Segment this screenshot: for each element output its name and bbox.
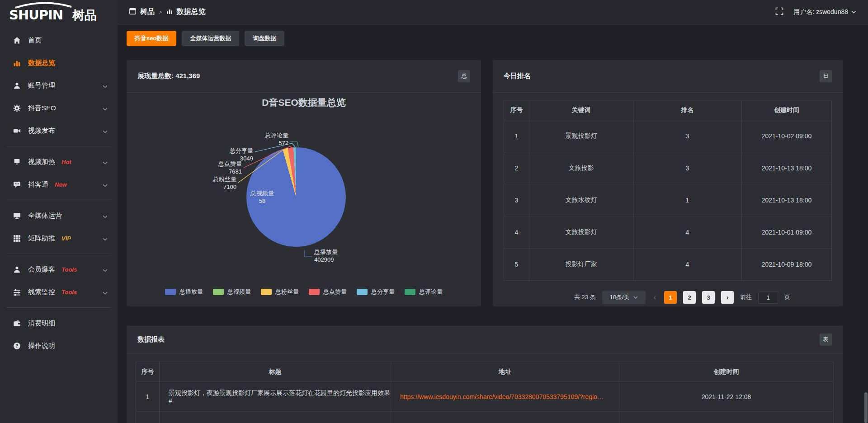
total-toggle-button[interactable]: 总 <box>458 70 470 82</box>
sidebar-item-data-overview[interactable]: 数据总览 <box>0 52 118 74</box>
new-badge: New <box>55 181 67 188</box>
ranking-table: 序号 关键词 排名 创建时间 1 景观投影灯 3 2021-10-02 09:0… <box>504 100 832 281</box>
cell-rank: 3 <box>633 120 742 152</box>
fullscreen-icon[interactable] <box>775 7 783 17</box>
page-size-select[interactable]: 10条/页 <box>602 291 646 304</box>
table-row: 2 文旅投影 3 2021-10-13 18:00 <box>504 152 832 184</box>
sidebar-item-lead-monitor[interactable]: 线索监控 Tools <box>0 281 118 303</box>
legend-item[interactable]: 总视频量 <box>213 288 251 296</box>
page-button-3[interactable]: 3 <box>702 291 715 304</box>
user-menu[interactable]: 用户名: zswodun88 <box>793 8 856 16</box>
main-content: 抖音seo数据 全媒体运营数据 询盘数据 展现量总数: 421,369 总 D音… <box>118 25 868 423</box>
cell-created: 2021-10-09 18:00 <box>742 249 832 281</box>
monitor-icon <box>13 212 21 220</box>
sidebar-item-video-heat[interactable]: 视频加热 Hot <box>0 150 118 173</box>
cell-keyword: 景观投影灯 <box>529 120 633 152</box>
cell-created: 2021-10-01 09:00 <box>742 216 832 249</box>
cell-index: 1 <box>504 120 529 152</box>
prev-page-button[interactable]: ‹ <box>652 293 658 301</box>
tools-badge: Tools <box>61 289 77 296</box>
logo-cn: 树品 <box>72 8 97 22</box>
tab-inquiry[interactable]: 询盘数据 <box>245 31 284 46</box>
column-header: 排名 <box>633 100 742 120</box>
legend-item[interactable]: 总分享量 <box>357 288 395 296</box>
svg-text:?: ? <box>16 343 19 348</box>
sidebar-divider <box>6 200 111 200</box>
legend-swatch <box>405 289 415 295</box>
table-row: 1 景观投影灯 3 2021-10-02 09:00 <box>504 120 832 152</box>
ranking-panel: 今日排名 日 序号 关键词 排名 创建时间 <box>493 60 843 306</box>
breadcrumb-current[interactable]: 数据总览 <box>177 7 206 17</box>
chevron-down-icon <box>633 296 638 299</box>
column-header: 序号 <box>136 362 160 382</box>
tab-media-ops[interactable]: 全媒体运营数据 <box>182 31 239 46</box>
chevron-down-icon <box>103 82 108 89</box>
question-circle-icon: ? <box>13 342 21 350</box>
pie-chart: D音SEO数据量总览 总评论量 572 总分享量 3049 总点赞量 7681 … <box>127 93 481 306</box>
chevron-down-icon <box>103 127 108 135</box>
sidebar-item-media-ops[interactable]: 全媒体运营 <box>0 204 118 227</box>
report-body: 序号 标题 地址 创建时间 1 景观投影灯，夜游景观投影灯厂家展示展示落花灯在花… <box>127 353 843 423</box>
sidebar-item-label: 抖音SEO <box>28 104 56 113</box>
tab-douyin-seo[interactable]: 抖音seo数据 <box>127 31 176 46</box>
sidebar-item-help[interactable]: ? 操作说明 <box>0 334 118 357</box>
chevron-down-icon <box>103 288 108 296</box>
sign-icon <box>13 158 21 166</box>
sidebar-item-spend-detail[interactable]: 消费明细 <box>0 312 118 334</box>
page-button-2[interactable]: 2 <box>683 291 696 304</box>
legend-item[interactable]: 总播放量 <box>165 288 203 296</box>
cell-rank: 3 <box>633 152 742 184</box>
sidebar-divider <box>6 307 111 308</box>
sidebar-item-label: 会员爆客 <box>28 265 55 274</box>
hot-badge: Hot <box>61 159 71 165</box>
report-link[interactable]: https://www.iesdouyin.com/share/video/70… <box>391 382 619 412</box>
table-toggle-button[interactable]: 表 <box>820 334 832 346</box>
pie-label-comments: 总评论量 572 <box>252 132 288 147</box>
sidebar: SHUPIN 树品 首页 数据总览 账号管理 <box>0 0 118 423</box>
cell-index: 2 <box>504 152 529 184</box>
chevron-down-icon <box>103 104 108 112</box>
sidebar-item-label: 线索监控 <box>28 288 55 296</box>
sidebar-item-video-publish[interactable]: 视频发布 <box>0 119 118 142</box>
chevron-down-icon <box>103 235 108 242</box>
overview-panel: 展现量总数: 421,369 总 D音SEO数据量总览 总评论量 572 总分享… <box>127 60 481 306</box>
sidebar-item-member-burst[interactable]: 会员爆客 Tools <box>0 258 118 281</box>
mini-bar-chart-icon <box>166 8 173 16</box>
ranking-title: 今日排名 <box>504 72 531 80</box>
chevron-down-icon <box>103 266 108 273</box>
wallet-icon <box>13 319 21 328</box>
logo[interactable]: SHUPIN 树品 <box>0 0 118 24</box>
sidebar-item-label: 账号管理 <box>28 81 55 90</box>
sidebar-item-douyin-seo[interactable]: 抖音SEO <box>0 97 118 119</box>
cell-rank: 4 <box>633 216 742 249</box>
bar-chart-icon <box>13 59 21 67</box>
legend-item[interactable]: 总粉丝量 <box>261 288 299 296</box>
table-row: 4 文旅投影灯 4 2021-10-01 09:00 <box>504 216 832 249</box>
sidebar-item-account[interactable]: 账号管理 <box>0 74 118 97</box>
cell-created: 2021-10-02 09:00 <box>742 120 832 152</box>
ranking-body: 序号 关键词 排名 创建时间 1 景观投影灯 3 2021-10-02 09:0… <box>493 93 843 304</box>
scrollbar-thumb[interactable] <box>864 392 868 423</box>
overview-panel-header: 展现量总数: 421,369 总 <box>127 60 481 93</box>
legend-item[interactable]: 总评论量 <box>405 288 443 296</box>
goto-page-input[interactable] <box>758 291 778 304</box>
sidebar-item-home[interactable]: 首页 <box>0 29 118 52</box>
breadcrumb-root[interactable]: 树品 <box>140 7 155 17</box>
report-title: 数据报表 <box>137 335 165 344</box>
cell-created: 2021-11-22 12:08 <box>619 382 834 412</box>
sidebar-item-douketong[interactable]: 抖客通 New <box>0 173 118 196</box>
table-header-row: 序号 关键词 排名 创建时间 <box>504 100 832 120</box>
grid-icon <box>13 234 21 243</box>
sidebar-item-matrix-boost[interactable]: 矩阵助推 VIP <box>0 227 118 249</box>
pagination-total: 共 23 条 <box>574 293 596 301</box>
day-toggle-button[interactable]: 日 <box>820 70 832 82</box>
pie-label-fans: 总粉丝量 7100 <box>200 175 236 191</box>
next-page-button[interactable]: › <box>721 291 734 304</box>
cell-rank: 4 <box>633 249 742 281</box>
page-button-1[interactable]: 1 <box>664 291 677 304</box>
legend-item[interactable]: 总点赞量 <box>309 288 347 296</box>
topbar-right: 用户名: zswodun88 <box>775 7 856 17</box>
chart-legend: 总播放量 总视频量 总粉丝量 总点赞量 总分享量 总评论量 <box>127 288 481 296</box>
ranking-panel-header: 今日排名 日 <box>493 60 843 93</box>
legend-swatch <box>309 289 320 295</box>
